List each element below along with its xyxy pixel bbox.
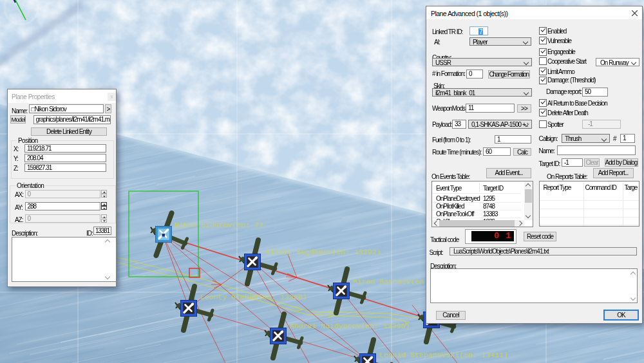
svg-text:Andrei Naidyonov(en: 13396): Andrei Naidyonov(en: 13396) <box>290 322 410 330</box>
svg-text:Nikon Sidorov(en: 7): Nikon Sidorov(en: 7) <box>175 221 263 229</box>
svg-text:Leonid Stepanovski(en: 13411): Leonid Stepanovski(en: 13411) <box>379 351 508 359</box>
svg-text:Leonty Glebov(en: 13388): Leonty Glebov(en: 13388) <box>200 293 307 301</box>
svg-text:Alexey Bogdanov(en: 13392): Alexey Bogdanov(en: 13392) <box>265 248 381 256</box>
